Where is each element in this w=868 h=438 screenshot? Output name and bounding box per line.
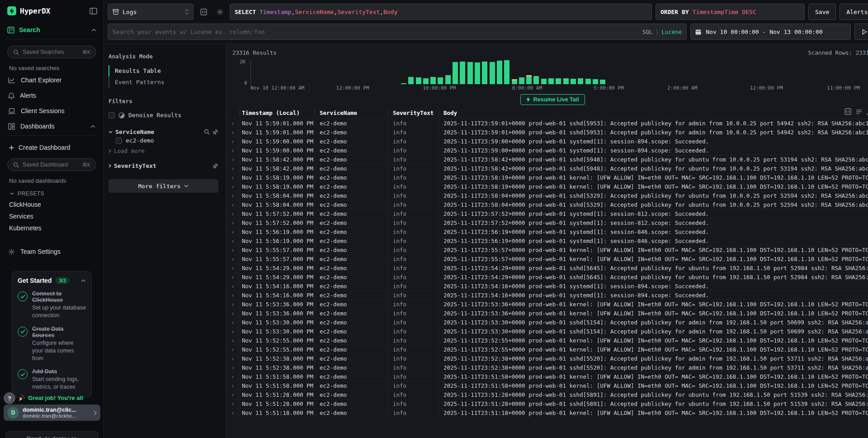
table-row[interactable]: ›Nov 11 5:54:16.000 PMec2-demoinfo2025-1… [226,281,868,290]
histogram-bar[interactable] [401,83,406,84]
sidebar-item-client-sessions[interactable]: Client Sessions [6,103,97,119]
table-row[interactable]: ›Nov 11 5:58:42.000 PMec2-demoinfo2025-1… [226,155,868,164]
chevron-up-icon[interactable] [81,279,86,282]
histogram-bar[interactable] [526,75,532,84]
filter-group-servicename[interactable]: ServiceName [108,129,218,135]
resume-live-tail-button[interactable]: Resume Live Tail [520,94,585,105]
histogram-bar[interactable] [571,79,576,84]
table-row[interactable]: ›Nov 11 5:54:16.000 PMec2-demoinfo2025-1… [226,290,868,300]
table-row[interactable]: ›Nov 11 5:59:01.000 PMec2-demoinfo2025-1… [226,128,868,137]
histogram-bar[interactable] [460,62,465,84]
histogram-bar[interactable] [408,77,414,84]
histogram-bar[interactable] [600,80,605,84]
histogram-bar[interactable] [482,62,487,84]
checkbox-icon[interactable] [108,112,115,119]
user-menu[interactable]: D dominic.tran@clic... dominic.tran@clic… [4,405,100,421]
table-row[interactable]: ›Nov 11 5:53:30.000 PMec2-demoinfo2025-1… [226,318,868,327]
histogram-bar[interactable] [563,78,569,84]
table-row[interactable]: ›Nov 11 5:51:28.000 PMec2-demoinfo2025-1… [226,399,868,408]
histogram-bar[interactable] [504,60,509,84]
date-range-picker[interactable]: Nov 10 00:00:00 - Nov 13 00:00:00 [690,24,851,40]
create-dashboard-button[interactable]: Create Dashboard [6,139,97,156]
table-row[interactable]: ›Nov 11 5:56:19.000 PMec2-demoinfo2025-1… [226,227,868,236]
denoise-results-checkbox[interactable]: Denoise Results [108,110,218,120]
histogram-bar[interactable] [475,62,480,84]
sidebar-item-dashboards[interactable]: Dashboards [6,119,97,136]
get-started-step[interactable]: Connect to ClickHouse Set up your databa… [18,290,86,319]
sidebar-item-chart-explorer[interactable]: Chart Explorer [6,72,97,88]
help-button[interactable]: ? [4,392,15,404]
event-search-input[interactable]: SQL | Lucene [108,24,687,40]
sidebar-item-search[interactable]: Search [6,20,97,39]
load-more-button[interactable]: Load more [108,146,218,154]
mode-event-patterns[interactable]: Event Patterns [108,76,218,88]
table-row[interactable]: ›Nov 11 5:51:18.000 PMec2-demoinfo2025-1… [226,408,868,417]
sidebar-item-alerts[interactable]: Alerts [6,88,97,103]
histogram-bar[interactable] [453,62,458,84]
alerts-button[interactable]: Alerts [840,4,868,20]
preset-clickhouse[interactable]: ClickHouse [6,199,97,210]
filter-search-icon[interactable] [204,129,210,135]
table-row[interactable]: ›Nov 11 5:57:52.000 PMec2-demoinfo2025-1… [226,209,868,218]
histogram-bar[interactable] [541,79,547,84]
histogram-bar[interactable] [578,78,583,84]
histogram-bar[interactable] [430,77,436,84]
histogram-plot[interactable] [250,59,868,84]
histogram-bar[interactable] [533,76,539,84]
histogram-bar[interactable] [497,61,502,84]
col-servicename[interactable]: ServiceName [315,110,388,116]
checkbox-icon[interactable] [116,138,122,144]
table-row[interactable]: ›Nov 11 5:51:58.000 PMec2-demoinfo2025-1… [226,372,868,381]
save-button[interactable]: Save [808,4,836,20]
histogram-bar[interactable] [556,78,561,84]
table-row-density-icon[interactable] [856,108,862,115]
pin-icon[interactable] [212,129,218,135]
filter-group-severitytext[interactable]: SeverityText [108,162,218,169]
get-started-step[interactable]: Create Data Sources Configure where your… [18,326,86,362]
histogram-bar[interactable] [519,77,524,84]
col-severitytext[interactable]: SeverityText [388,110,439,116]
table-row[interactable]: ›Nov 11 5:59:01.000 PMec2-demoinfo2025-1… [226,119,868,128]
table-row[interactable]: ›Nov 11 5:58:04.000 PMec2-demoinfo2025-1… [226,191,868,200]
histogram-bar[interactable] [467,62,473,84]
collapse-sidebar-icon[interactable] [90,8,97,14]
pin-icon[interactable] [212,163,218,169]
histogram-bar[interactable] [512,79,517,84]
histogram-bar[interactable] [445,75,451,84]
col-body[interactable]: Body [439,110,868,116]
histogram-bar[interactable] [416,77,421,84]
histogram-bar[interactable] [585,79,591,84]
table-row[interactable]: ›Nov 11 5:51:58.000 PMec2-demoinfo2025-1… [226,381,868,390]
filter-value-ec2-demo[interactable]: ec2-demo [108,135,218,146]
order-by-input[interactable]: ORDER BY TimestampTime DESC [656,4,805,20]
table-row[interactable]: ›Nov 11 5:54:29.000 PMec2-demoinfo2025-1… [226,272,868,281]
histogram-bar[interactable] [423,78,429,84]
chevron-up-icon[interactable] [91,29,96,32]
table-row[interactable]: ›Nov 11 5:57:52.000 PMec2-demoinfo2025-1… [226,218,868,227]
col-timestamp[interactable]: Timestamp (Local) [240,110,315,116]
table-row[interactable]: ›Nov 11 5:59:00.000 PMec2-demoinfo2025-1… [226,146,868,155]
table-row[interactable]: ›Nov 11 5:53:30.000 PMec2-demoinfo2025-1… [226,327,868,336]
sidebar-item-team-settings[interactable]: Team Settings [6,244,97,259]
presets-toggle[interactable]: PRESETS [6,185,97,199]
source-selector[interactable]: Logs [108,4,193,20]
query-language-toggle[interactable]: SQL | Lucene [642,29,682,35]
table-row[interactable]: ›Nov 11 5:52:55.000 PMec2-demoinfo2025-1… [226,336,868,345]
table-row[interactable]: ›Nov 11 5:58:04.000 PMec2-demoinfo2025-1… [226,200,868,209]
histogram-bar[interactable] [548,78,554,84]
preset-kubernetes[interactable]: Kubernetes [6,222,97,234]
table-row[interactable]: ›Nov 11 5:59:00.000 PMec2-demoinfo2025-1… [226,137,868,146]
table-row[interactable]: ›Nov 11 5:52:38.000 PMec2-demoinfo2025-1… [226,354,868,363]
table-row[interactable]: ›Nov 11 5:52:38.000 PMec2-demoinfo2025-1… [226,363,868,372]
events-histogram[interactable]: 2K 0 Nov 10 12:00:00 AM12:00:00 PM10:00:… [229,59,868,91]
table-row[interactable]: ›Nov 11 5:53:36.000 PMec2-demoinfo2025-1… [226,300,868,309]
histogram-bar[interactable] [438,77,443,84]
table-row[interactable]: ›Nov 11 5:58:19.000 PMec2-demoinfo2025-1… [226,173,868,182]
saved-searches-input[interactable]: ⌘K [7,46,96,58]
source-settings-gear-icon[interactable] [213,4,226,20]
preset-services[interactable]: Services [6,210,97,222]
run-query-button[interactable] [854,24,868,40]
get-started-step[interactable]: Add Data Start sending logs, metrics, or… [18,368,86,391]
table-row[interactable]: ›Nov 11 5:58:42.000 PMec2-demoinfo2025-1… [226,164,868,173]
table-code-view-icon[interactable] [844,108,851,115]
